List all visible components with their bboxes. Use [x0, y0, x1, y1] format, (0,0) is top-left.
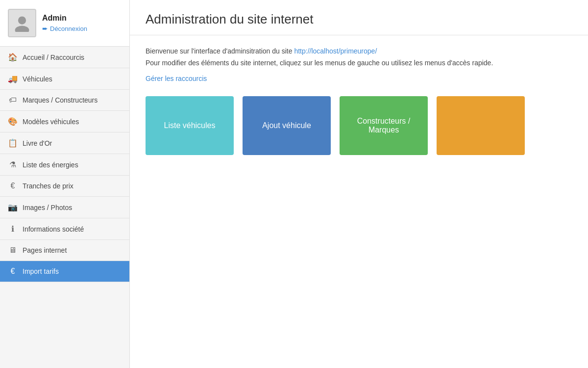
nav-icon-vehicules: 🚚 [8, 74, 18, 83]
logout-link[interactable]: ➨ Déconnexion [42, 25, 87, 32]
sidebar-item-livre-or[interactable]: 📋Livre d'Or [0, 132, 129, 154]
shortcut-btn-liste-vehicules[interactable]: Liste véhicules [146, 96, 234, 155]
site-url-link[interactable]: http://localhost/primeurope/ [294, 47, 377, 55]
nav-label-accueil: Accueil / Raccourcis [23, 53, 84, 61]
nav-label-energies: Liste des énergies [23, 161, 78, 169]
sidebar-item-vehicules[interactable]: 🚚Véhicules [0, 68, 129, 90]
sidebar-item-images-photos[interactable]: 📷Images / Photos [0, 197, 129, 218]
user-name: Admin [42, 14, 87, 23]
sidebar-item-energies[interactable]: ⚗Liste des énergies [0, 154, 129, 176]
nav-label-vehicules: Véhicules [23, 75, 52, 83]
nav-icon-marques: 🏷 [8, 96, 18, 105]
user-avatar-icon [13, 14, 31, 32]
main-content: Administration du site internet Bienvenu… [130, 0, 588, 368]
sidebar: Admin ➨ Déconnexion 🏠Accueil / Raccourci… [0, 0, 130, 368]
nav-icon-informations-societe: ℹ [8, 224, 18, 234]
shortcut-btn-shortcut-4[interactable] [437, 96, 525, 155]
shortcut-btn-constructeurs-marques[interactable]: Constructeurs / Marques [340, 96, 428, 155]
nav-label-images-photos: Images / Photos [23, 204, 72, 211]
nav-label-modeles: Modèles véhicules [23, 118, 79, 126]
nav-label-import-tarifs: Import tarifs [23, 267, 59, 275]
nav-menu: 🏠Accueil / Raccourcis🚚Véhicules🏷Marques … [0, 47, 129, 282]
sidebar-item-pages-internet[interactable]: 🖥Pages internet [0, 240, 129, 261]
welcome-text: Bienvenue sur l'interface d'adminsitrati… [146, 47, 572, 55]
nav-icon-pages-internet: 🖥 [8, 246, 18, 255]
logout-arrow-icon: ➨ [42, 25, 48, 32]
nav-icon-energies: ⚗ [8, 160, 18, 169]
sidebar-item-tranches-prix[interactable]: €Tranches de prix [0, 176, 129, 197]
welcome-prefix: Bienvenue sur l'interface d'adminsitrati… [146, 47, 294, 55]
avatar [8, 9, 36, 37]
user-section: Admin ➨ Déconnexion [0, 0, 129, 47]
svg-point-0 [18, 17, 26, 25]
svg-point-1 [15, 26, 29, 32]
user-info: Admin ➨ Déconnexion [42, 14, 87, 32]
page-body: Bienvenue sur l'interface d'adminsitrati… [130, 35, 588, 167]
page-header: Administration du site internet [130, 0, 588, 35]
nav-icon-accueil: 🏠 [8, 53, 18, 62]
nav-icon-import-tarifs: € [8, 267, 18, 276]
nav-icon-modeles: 🎨 [8, 117, 18, 126]
nav-icon-images-photos: 📷 [8, 203, 18, 212]
logout-label: Déconnexion [50, 25, 87, 32]
sidebar-item-modeles[interactable]: 🎨Modèles véhicules [0, 111, 129, 132]
sidebar-item-accueil[interactable]: 🏠Accueil / Raccourcis [0, 47, 129, 68]
nav-label-livre-or: Livre d'Or [23, 139, 52, 147]
shortcuts-row: Liste véhiculesAjout véhiculeConstructeu… [146, 96, 572, 155]
page-title: Administration du site internet [146, 12, 572, 27]
nav-label-pages-internet: Pages internet [23, 246, 67, 254]
nav-label-tranches-prix: Tranches de prix [23, 182, 74, 190]
shortcut-btn-ajout-vehicule[interactable]: Ajout véhicule [243, 96, 331, 155]
sidebar-item-marques[interactable]: 🏷Marques / Constructeurs [0, 90, 129, 111]
manage-shortcuts-link[interactable]: Gérer les raccourcis [146, 75, 207, 82]
sidebar-item-informations-societe[interactable]: ℹInformations société [0, 218, 129, 240]
modify-text: Pour modifier des éléments du site inter… [146, 59, 572, 67]
nav-icon-tranches-prix: € [8, 182, 18, 190]
sidebar-item-import-tarifs[interactable]: €Import tarifs [0, 261, 129, 282]
nav-label-informations-societe: Informations société [23, 225, 84, 233]
nav-label-marques: Marques / Constructeurs [23, 96, 98, 104]
nav-icon-livre-or: 📋 [8, 138, 18, 148]
